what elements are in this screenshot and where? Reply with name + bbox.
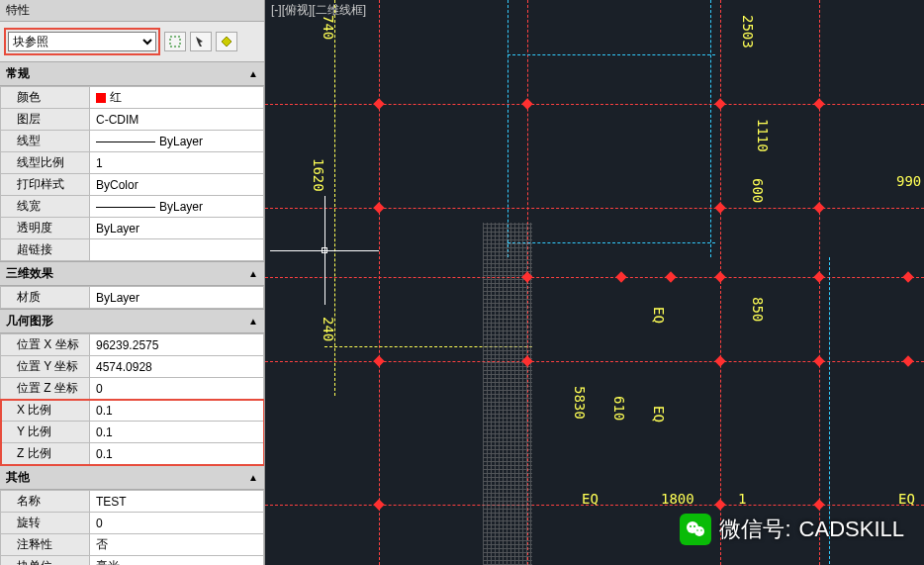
section-general-header[interactable]: 常规▲ xyxy=(0,61,264,86)
viewport-label[interactable]: [-][俯视][二维线框] xyxy=(271,2,366,19)
prop-ltscale[interactable]: 1 xyxy=(90,152,264,174)
svg-point-2 xyxy=(694,526,704,536)
dim-740: 740 xyxy=(321,15,336,40)
prop-rotation[interactable]: 0 xyxy=(90,513,264,534)
prop-posz[interactable]: 0 xyxy=(90,378,264,400)
properties-scroll[interactable]: 常规▲ 颜色红 图层C-CDIM 线型ByLayer 线型比例1 打印样式ByC… xyxy=(0,61,264,565)
dim-600: 600 xyxy=(750,178,766,203)
prop-scalez[interactable]: 0.1 xyxy=(90,443,264,465)
dim-1110: 1110 xyxy=(755,119,771,152)
watermark-name: CADSKILL xyxy=(799,517,904,542)
dim-eq4: EQ xyxy=(898,491,915,507)
dim-1800: 1800 xyxy=(661,491,694,507)
prop-material[interactable]: ByLayer xyxy=(90,287,264,309)
general-table: 颜色红 图层C-CDIM 线型ByLayer 线型比例1 打印样式ByColor… xyxy=(0,86,264,261)
wechat-icon xyxy=(680,514,711,545)
prop-scaley[interactable]: 0.1 xyxy=(90,422,264,443)
selector-row: 块参照 xyxy=(0,22,264,61)
section-geometry-header[interactable]: 几何图形▲ xyxy=(0,309,264,333)
prop-transparency[interactable]: ByLayer xyxy=(90,218,264,239)
color-swatch-red xyxy=(96,93,106,103)
chevron-up-icon: ▲ xyxy=(248,316,258,327)
dim-1620: 1620 xyxy=(311,158,326,192)
quick-select-icon[interactable] xyxy=(164,32,186,51)
prop-layer[interactable]: C-CDIM xyxy=(90,109,264,131)
dim-2503: 2503 xyxy=(740,15,756,48)
panel-title: 特性 xyxy=(0,0,264,22)
svg-rect-0 xyxy=(170,37,180,47)
prop-annotative[interactable]: 否 xyxy=(90,534,264,556)
geometry-table: 位置 X 坐标96239.2575 位置 Y 坐标4574.0928 位置 Z … xyxy=(0,333,264,465)
threed-table: 材质ByLayer xyxy=(0,286,264,309)
svg-point-6 xyxy=(701,529,703,531)
prop-blockunit[interactable]: 毫米 xyxy=(90,556,264,566)
toggle-pickadd-icon[interactable] xyxy=(216,32,237,51)
chevron-up-icon: ▲ xyxy=(248,472,258,483)
chevron-up-icon: ▲ xyxy=(248,68,258,79)
watermark: 微信号: CADSKILL xyxy=(680,514,904,545)
svg-point-4 xyxy=(693,525,695,527)
prop-linetype[interactable]: ByLayer xyxy=(90,131,264,152)
object-type-select[interactable]: 块参照 xyxy=(8,32,156,51)
section-other-header[interactable]: 其他▲ xyxy=(0,465,264,490)
prop-plotstyle[interactable]: ByColor xyxy=(90,174,264,196)
drawing-viewport[interactable]: [-][俯视][二维线框] 740 1620 240 2503 1110 600… xyxy=(265,0,924,565)
section-3d-header[interactable]: 三维效果▲ xyxy=(0,261,264,286)
prop-hyperlink[interactable] xyxy=(90,239,264,261)
prop-scalex[interactable]: 0.1 xyxy=(90,400,264,422)
select-objects-icon[interactable] xyxy=(190,32,212,51)
dim-610: 610 xyxy=(611,396,627,421)
watermark-prefix: 微信号: xyxy=(719,515,790,544)
dim-850: 850 xyxy=(750,297,766,322)
dim-5830: 5830 xyxy=(572,386,588,420)
dim-eq3: EQ xyxy=(582,491,599,507)
chevron-up-icon: ▲ xyxy=(248,268,258,279)
svg-point-3 xyxy=(690,525,692,527)
dim-eq1: EQ xyxy=(651,307,667,324)
prop-name[interactable]: TEST xyxy=(90,491,264,513)
prop-color[interactable]: 红 xyxy=(90,87,264,109)
dim-990: 990 xyxy=(896,173,921,189)
prop-posx[interactable]: 96239.2575 xyxy=(90,334,264,356)
dim-240: 240 xyxy=(321,317,336,341)
dim-1: 1 xyxy=(738,491,746,507)
svg-point-5 xyxy=(697,529,699,531)
other-table: 名称TEST 旋转0 注释性否 块单位毫米 单位因子1 xyxy=(0,490,264,565)
dim-eq2: EQ xyxy=(651,406,667,423)
prop-posy[interactable]: 4574.0928 xyxy=(90,356,264,378)
properties-panel: 特性 块参照 常规▲ 颜色红 图层C-CDIM 线型ByLayer 线型比例1 … xyxy=(0,0,265,565)
prop-lineweight[interactable]: ByLayer xyxy=(90,196,264,218)
